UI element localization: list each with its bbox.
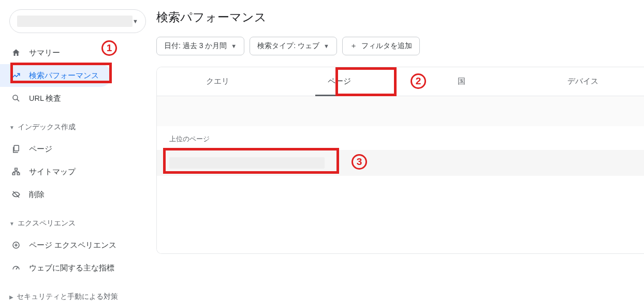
filter-row: 日付: 過去 3 か月間 ▼ 検索タイプ: ウェブ ▼ ＋ フィルタを追加 — [155, 37, 644, 55]
page-title: 検索パフォーマンス — [155, 9, 644, 25]
nav-label: サイトマップ — [29, 167, 76, 177]
svg-line-1 — [17, 99, 19, 101]
nav-removals[interactable]: 削除 — [0, 183, 155, 206]
chevron-right-icon: ▶ — [9, 294, 13, 300]
chevron-down-icon: ▼ — [9, 221, 14, 226]
home-icon — [11, 48, 29, 57]
property-label-placeholder — [17, 16, 133, 27]
chevron-down-icon: ▼ — [231, 43, 237, 49]
nav-page-experience[interactable]: ページ エクスペリエンス — [0, 234, 155, 256]
section-indexing[interactable]: ▼ インデックス作成 — [0, 117, 155, 138]
pages-icon — [11, 144, 29, 154]
chip-label: 検索タイプ: ウェブ — [257, 41, 319, 51]
chip-label: フィルタを追加 — [361, 41, 412, 51]
results-card: クエリ ページ 国 デバイス 2 上位のページ 3 — [156, 67, 644, 254]
tab-page[interactable]: ページ — [279, 67, 400, 96]
tab-query[interactable]: クエリ — [157, 67, 279, 96]
tab-label: ページ — [328, 77, 351, 86]
main-content: 検索パフォーマンス 日付: 過去 3 か月間 ▼ 検索タイプ: ウェブ ▼ ＋ … — [155, 0, 644, 302]
visibility-off-icon — [11, 190, 29, 199]
annotation-number-3: 3 — [352, 154, 367, 170]
section-label: エクスペリエンス — [18, 219, 76, 228]
svg-rect-4 — [12, 173, 15, 175]
nav-label: サマリー — [29, 48, 60, 58]
chevron-down-icon: ▼ — [9, 125, 14, 130]
empty-row — [157, 176, 644, 202]
tab-device[interactable]: デバイス — [522, 67, 644, 96]
nav-label: ウェブに関する主な指標 — [29, 263, 114, 273]
empty-row — [157, 202, 644, 228]
tab-bar: クエリ ページ 国 デバイス 2 — [157, 67, 644, 96]
nav-url-inspect[interactable]: URL 検査 — [0, 87, 155, 110]
section-label: セキュリティと手動による対策 — [17, 292, 118, 301]
sitemap-icon — [11, 167, 29, 176]
nav-pages[interactable]: ページ — [0, 138, 155, 160]
svg-rect-2 — [14, 145, 19, 151]
nav-label: 削除 — [29, 190, 45, 200]
nav-core-web-vitals[interactable]: ウェブに関する主な指標 — [0, 256, 155, 279]
page-url-placeholder — [169, 157, 325, 169]
svg-rect-3 — [15, 168, 18, 170]
nav-label: ページ — [29, 144, 52, 154]
filter-search-type-chip[interactable]: 検索タイプ: ウェブ ▼ — [250, 37, 337, 55]
speedometer-icon — [11, 263, 29, 273]
search-icon — [11, 94, 29, 103]
plus-icon: ＋ — [350, 41, 357, 51]
top-page-row[interactable]: 3 — [157, 150, 644, 176]
nav-search-performance[interactable]: 検索パフォーマンス — [0, 64, 112, 87]
tab-label: クエリ — [206, 77, 229, 86]
chevron-down-icon: ▼ — [324, 43, 329, 49]
nav-sitemaps[interactable]: サイトマップ — [0, 160, 155, 183]
tab-label: デバイス — [567, 77, 598, 86]
chevron-down-icon: ▼ — [133, 18, 138, 24]
tab-label: 国 — [458, 77, 465, 86]
section-security[interactable]: ▶ セキュリティと手動による対策 — [0, 286, 155, 302]
tab-country[interactable]: 国 — [401, 67, 522, 96]
svg-line-10 — [16, 267, 18, 270]
empty-row — [157, 228, 644, 253]
nav-label: 検索パフォーマンス — [29, 71, 99, 81]
section-label: インデックス作成 — [18, 123, 76, 132]
search-row — [157, 96, 644, 126]
property-selector[interactable]: ▼ — [9, 9, 146, 33]
svg-rect-5 — [17, 173, 20, 175]
filter-date-chip[interactable]: 日付: 過去 3 か月間 ▼ — [156, 37, 244, 55]
trending-icon — [11, 71, 29, 80]
table-header: 上位のページ — [157, 126, 644, 150]
nav-summary[interactable]: サマリー — [0, 41, 155, 64]
svg-point-0 — [13, 95, 18, 100]
circle-plus-icon — [11, 240, 29, 250]
add-filter-chip[interactable]: ＋ フィルタを追加 — [342, 37, 420, 55]
chip-label: 日付: 過去 3 か月間 — [164, 41, 227, 51]
nav-label: ページ エクスペリエンス — [29, 240, 116, 250]
nav-label: URL 検査 — [29, 94, 62, 103]
section-experience[interactable]: ▼ エクスペリエンス — [0, 213, 155, 234]
sidebar: ▼ サマリー 検索パフォーマンス 1 URL 検査 ▼ — [0, 0, 155, 302]
